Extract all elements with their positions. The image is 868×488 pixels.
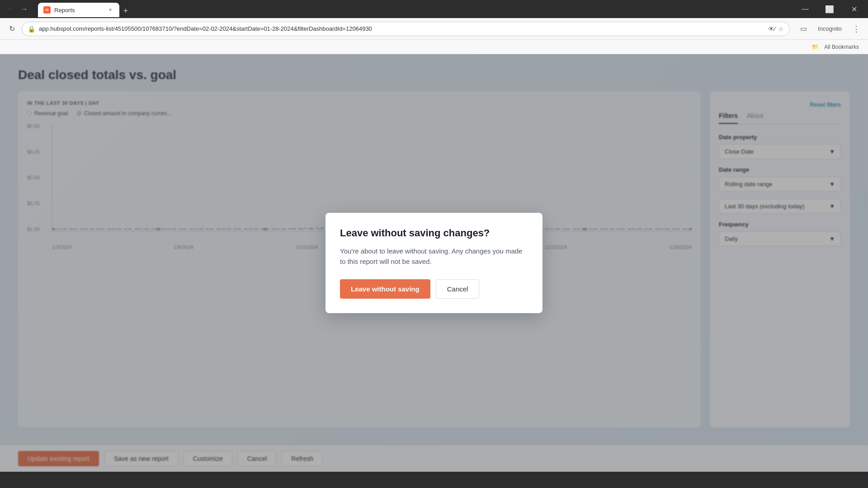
bookmark-star-icon[interactable]: ☆ [778, 25, 784, 33]
tab-favicon: H [43, 6, 51, 14]
profile-section[interactable]: Incognito [813, 23, 846, 34]
leave-without-saving-modal: Leave without saving changes? You're abo… [326, 213, 542, 313]
tab-close-button[interactable]: × [107, 6, 114, 14]
page-content: Deal closed totals vs. goal IN THE LAST … [0, 54, 868, 472]
tab-title: Reports [54, 7, 103, 14]
url-text: app.hubspot.com/reports-list/45105500/10… [39, 25, 764, 32]
sidebar-toggle-button[interactable]: ▭ [797, 23, 810, 35]
secure-icon: 🔒 [28, 25, 35, 33]
modal-body: You're about to leave without saving. An… [340, 246, 528, 267]
active-tab[interactable]: H Reports × [38, 3, 119, 17]
maximize-button[interactable]: ⬜ [819, 0, 840, 18]
modal-actions: Leave without saving Cancel [340, 279, 528, 299]
modal-cancel-button[interactable]: Cancel [436, 279, 480, 299]
forward-button: → [18, 3, 31, 15]
address-bar[interactable]: 🔒 app.hubspot.com/reports-list/45105500/… [22, 22, 790, 36]
close-window-button[interactable]: ✕ [844, 0, 864, 18]
modal-overlay: Leave without saving changes? You're abo… [0, 54, 868, 472]
leave-without-saving-button[interactable]: Leave without saving [340, 279, 430, 299]
minimize-button[interactable]: — [795, 0, 816, 18]
reader-mode-icon[interactable]: 👁⁄ [768, 25, 775, 33]
browser-menu-button[interactable]: ⋮ [850, 23, 863, 35]
incognito-label: Incognito [818, 25, 842, 32]
new-tab-button[interactable]: + [119, 5, 132, 17]
reload-button[interactable]: ↻ [5, 23, 18, 35]
back-button[interactable]: ← [4, 3, 16, 15]
bookmarks-folder-icon: 📁 [811, 43, 819, 50]
modal-title: Leave without saving changes? [340, 227, 528, 239]
all-bookmarks-link[interactable]: All Bookmarks [821, 43, 863, 51]
